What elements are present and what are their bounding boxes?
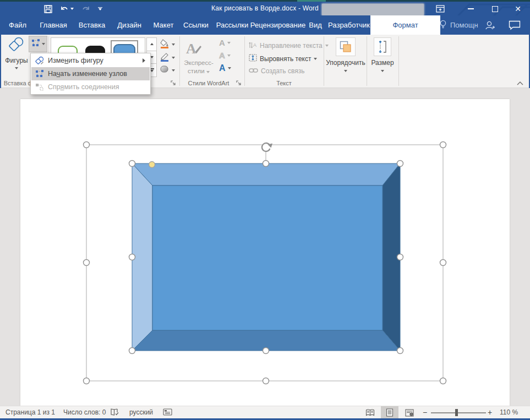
adjust-handle-yellow[interactable] xyxy=(149,162,155,168)
tab-review[interactable]: Рецензирование xyxy=(252,15,304,35)
arrange-icon xyxy=(336,37,356,56)
shape-handle[interactable] xyxy=(397,161,403,167)
tab-mailings[interactable]: Рассылки xyxy=(215,15,250,35)
create-link-label: Создать связь xyxy=(261,67,304,75)
share-person-button[interactable] xyxy=(484,15,495,35)
group-separator xyxy=(367,36,367,86)
tab-home[interactable]: Главная xyxy=(35,15,72,35)
tab-file[interactable]: Файл xyxy=(4,15,31,35)
wordart-dialog-launcher[interactable] xyxy=(236,80,243,87)
canvas-handle[interactable] xyxy=(440,142,446,148)
read-mode-view-button[interactable] xyxy=(361,406,379,419)
print-layout-view-button-selected[interactable] xyxy=(381,406,398,419)
edit-shape-button-pressed[interactable] xyxy=(29,36,47,52)
edit-shape-dropdown-menu: Изменить фигуру Начать изменение узлов С… xyxy=(30,53,151,95)
shape-effects-button[interactable] xyxy=(160,65,175,76)
canvas-handle[interactable] xyxy=(440,378,446,384)
language-indicator[interactable]: русский xyxy=(129,408,153,416)
title-bar: Как рисовать в Ворде.docx - Word ✕ xyxy=(0,2,530,15)
text-fill-button-disabled: A xyxy=(219,38,231,47)
tab-references[interactable]: Ссылки xyxy=(181,15,211,35)
word-count[interactable]: Число слов: 0 xyxy=(63,408,106,416)
shape-styles-dialog-launcher[interactable] xyxy=(171,80,177,87)
document-page[interactable] xyxy=(20,99,510,406)
shapes-caret xyxy=(15,67,18,69)
group-separator xyxy=(179,36,180,86)
zoom-percentage[interactable]: 110 % xyxy=(500,408,518,416)
shape-effects-caret xyxy=(172,69,175,72)
tab-insert[interactable]: Вставка xyxy=(75,15,109,35)
text-direction-icon: А xyxy=(249,41,257,50)
tab-layout[interactable]: Макет xyxy=(150,15,177,35)
canvas-handle[interactable] xyxy=(84,260,90,266)
shape-handle[interactable] xyxy=(263,348,269,354)
submenu-arrow-icon xyxy=(143,58,145,63)
align-text-button[interactable]: Выровнять текст xyxy=(249,54,317,63)
tab-view[interactable]: Вид xyxy=(306,15,325,35)
quick-styles-line2: стили xyxy=(188,68,205,74)
tab-format-active[interactable]: Формат xyxy=(370,15,440,35)
proofing-icon[interactable] xyxy=(110,408,119,418)
canvas-handle[interactable] xyxy=(263,378,269,384)
input-mode-icon[interactable] xyxy=(163,408,172,418)
redacted-account-name xyxy=(322,4,424,15)
edit-points-icon xyxy=(31,39,40,49)
link-icon xyxy=(249,67,258,75)
text-effects-button[interactable]: A xyxy=(219,63,231,73)
group-separator xyxy=(398,36,399,86)
canvas-handle[interactable] xyxy=(84,142,90,148)
quick-styles-button-disabled: Экспресс- стили xyxy=(181,59,217,75)
align-text-icon xyxy=(249,54,257,63)
shape-handle[interactable] xyxy=(129,254,135,260)
close-button[interactable]: ✕ xyxy=(511,4,525,14)
zoom-slider-thumb[interactable] xyxy=(455,409,458,416)
menu-item-edit-points[interactable]: Начать изменение узлов xyxy=(31,67,150,80)
create-link-button-disabled: Создать связь xyxy=(249,67,304,75)
bevel-shape[interactable] xyxy=(132,163,400,351)
web-layout-view-button[interactable] xyxy=(401,406,418,419)
tab-design[interactable]: Дизайн xyxy=(112,15,146,35)
chat-feedback-button[interactable] xyxy=(509,15,521,35)
zoom-in-button[interactable]: + xyxy=(488,408,492,417)
bevel-center-face[interactable] xyxy=(152,186,383,330)
shape-handle[interactable] xyxy=(129,348,135,354)
quick-styles-line1: Экспресс- xyxy=(181,59,217,67)
change-shape-icon xyxy=(31,56,48,65)
shape-handle[interactable] xyxy=(129,161,135,167)
shape-handle[interactable] xyxy=(263,161,269,167)
arrange-button[interactable]: Упорядочить xyxy=(325,37,367,72)
rotate-handle-icon[interactable] xyxy=(261,143,273,152)
svg-text:А: А xyxy=(186,41,196,57)
drawing-canvas xyxy=(20,99,510,406)
collapse-ribbon-button[interactable] xyxy=(517,78,523,88)
text-effects-icon: A xyxy=(219,63,226,73)
menu-item-change-shape[interactable]: Изменить фигуру xyxy=(31,54,150,67)
help-assistant[interactable]: Помощн xyxy=(439,15,478,35)
maximize-button[interactable] xyxy=(488,4,502,14)
page-indicator[interactable]: Страница 1 из 1 xyxy=(6,408,55,416)
canvas-handle[interactable] xyxy=(440,260,446,266)
size-button[interactable]: Размер xyxy=(368,37,397,72)
shape-fill-icon xyxy=(160,39,170,51)
zoom-slider-track[interactable] xyxy=(431,412,486,413)
size-caret xyxy=(381,70,384,72)
wordart-quick-styles-icon: А xyxy=(184,39,203,58)
shape-fill-button[interactable] xyxy=(160,39,175,51)
shape-handle[interactable] xyxy=(397,348,403,354)
tab-developer[interactable]: Разработчик xyxy=(328,15,370,35)
edit-shape-caret xyxy=(42,43,45,45)
shape-outline-button[interactable] xyxy=(160,52,175,64)
svg-text:А: А xyxy=(253,42,256,48)
zoom-out-button[interactable]: − xyxy=(423,408,427,417)
minimize-button[interactable] xyxy=(463,4,478,14)
ribbon-tab-bar: Файл Главная Вставка Дизайн Макет Ссылки… xyxy=(0,15,530,35)
shape-fill-caret xyxy=(172,43,175,46)
ribbon-display-options-button[interactable] xyxy=(433,4,447,14)
shape-handle[interactable] xyxy=(397,254,403,260)
text-outline-icon: A xyxy=(219,51,225,60)
shape-effects-icon xyxy=(160,65,170,76)
canvas-handle[interactable] xyxy=(84,378,90,384)
group-label-wordart: Стили WordArt xyxy=(179,80,238,88)
shapes-button[interactable]: Фигуры xyxy=(3,36,30,69)
gallery-scroll-up[interactable] xyxy=(146,37,157,51)
